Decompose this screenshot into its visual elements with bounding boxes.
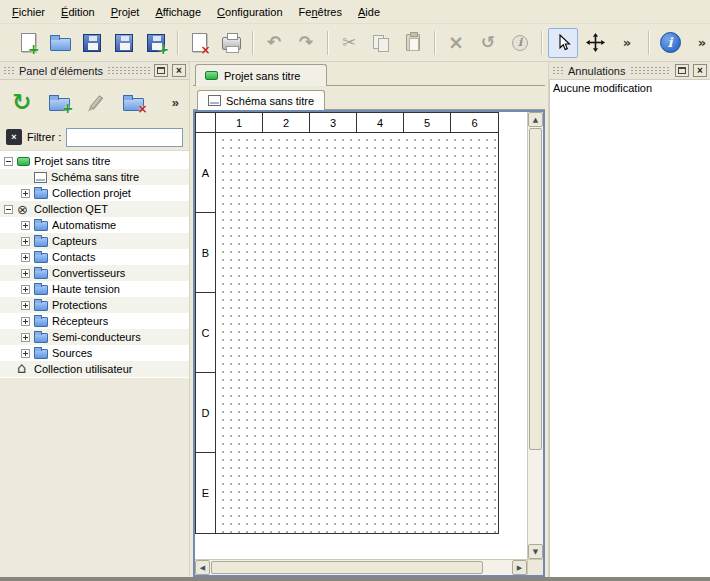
tree-item[interactable]: Protections — [0, 297, 189, 313]
info-blue-icon: i — [660, 32, 681, 53]
tree-item[interactable]: Collection projet — [0, 185, 189, 201]
tree-expander-icon[interactable] — [21, 317, 30, 326]
undo-button[interactable]: ↶ — [259, 28, 289, 58]
undo-icon: ↶ — [267, 34, 281, 51]
float-icon — [678, 67, 686, 74]
delete-button[interactable]: × — [441, 28, 471, 58]
tree-expander-icon[interactable] — [4, 205, 13, 214]
tree-item-icon — [34, 349, 48, 359]
menu-item[interactable]: Fichier — [4, 0, 53, 23]
rotate-button[interactable]: ↺ — [473, 28, 503, 58]
tree-item[interactable]: Semi-conducteurs — [0, 329, 189, 345]
elements-toolbar-overflow-button[interactable]: » — [168, 95, 183, 110]
vertical-scroll-thumb[interactable] — [529, 128, 542, 450]
select-mode-button[interactable] — [548, 28, 578, 58]
print-button[interactable] — [216, 28, 246, 58]
toolbar-overflow-button[interactable]: » — [612, 28, 642, 58]
tree-item[interactable]: Schéma sans titre — [0, 169, 189, 185]
undo-panel-titlebar[interactable]: Annulations × — [549, 62, 710, 80]
tree-item[interactable]: Collection QET — [0, 201, 189, 217]
schema-tab[interactable]: Schéma sans titre — [197, 90, 325, 110]
float-undo-panel-button[interactable] — [675, 64, 689, 77]
tree-expander-icon[interactable] — [4, 157, 13, 166]
menu-item[interactable]: Fenêtres — [291, 0, 350, 23]
info-icon: i — [512, 35, 528, 51]
tree-item[interactable]: Haute tension — [0, 281, 189, 297]
new-project-button[interactable]: + — [13, 28, 43, 58]
schema-canvas[interactable]: 123456 ABCDE — [195, 112, 527, 559]
close-project-button[interactable]: × — [184, 28, 214, 58]
about-qet-button[interactable]: i — [655, 28, 685, 58]
delete-element-button[interactable]: × — [117, 86, 149, 118]
save-all-icon: + — [147, 34, 165, 52]
scroll-right-button[interactable]: ▶ — [512, 560, 527, 575]
copy-button[interactable] — [366, 28, 396, 58]
paste-button[interactable] — [398, 28, 428, 58]
tree-item-label: Collection utilisateur — [34, 363, 132, 375]
scroll-left-button[interactable]: ◀ — [195, 560, 210, 575]
toolbar-separator — [177, 31, 178, 55]
save-button[interactable] — [77, 28, 107, 58]
toolbar-extension-button[interactable]: » — [687, 28, 710, 58]
float-elements-panel-button[interactable] — [154, 64, 168, 77]
project-tab[interactable]: Projet sans titre — [195, 64, 327, 86]
new-element-icon: + — [49, 98, 70, 111]
scroll-track[interactable] — [484, 560, 512, 575]
elements-panel-titlebar[interactable]: Panel d'éléments × — [0, 62, 189, 80]
tree-item[interactable]: Récepteurs — [0, 313, 189, 329]
edit-element-button[interactable] — [80, 86, 112, 118]
clear-filter-button[interactable]: × — [6, 129, 22, 145]
tree-item[interactable]: Sources — [0, 345, 189, 361]
tree-item-label: Haute tension — [52, 283, 120, 295]
pan-mode-button[interactable] — [580, 28, 610, 58]
rotate-icon: ↺ — [481, 34, 495, 51]
menubar: Fichier Édition Projet Affichage Configu… — [0, 0, 710, 24]
redo-button[interactable]: ↷ — [291, 28, 321, 58]
tree-item[interactable]: Projet sans titre — [0, 153, 189, 169]
schema-sheet: 123456 ABCDE — [195, 112, 499, 534]
tree-expander-icon[interactable] — [21, 237, 30, 246]
project-icon — [205, 71, 218, 80]
vertical-scrollbar[interactable]: ▲ ▼ — [527, 112, 543, 559]
tree-item-icon — [17, 363, 30, 376]
tree-expander-icon[interactable] — [21, 285, 30, 294]
menu-item[interactable]: Projet — [103, 0, 148, 23]
scroll-down-button[interactable]: ▼ — [528, 544, 543, 559]
tree-expander-icon[interactable] — [21, 349, 30, 358]
cut-button[interactable]: ✂ — [334, 28, 364, 58]
filter-bar: × Filtrer : — [0, 124, 189, 150]
tree-expander-icon[interactable] — [21, 301, 30, 310]
tree-expander-icon[interactable] — [21, 253, 30, 262]
open-project-button[interactable] — [45, 28, 75, 58]
menu-item[interactable]: Configuration — [209, 0, 290, 23]
tree-item[interactable]: Collection utilisateur — [0, 361, 189, 377]
save-as-icon — [115, 34, 133, 52]
save-as-button[interactable] — [109, 28, 139, 58]
element-info-button[interactable]: i — [505, 28, 535, 58]
tree-expander-icon[interactable] — [21, 333, 30, 342]
menu-item[interactable]: Édition — [53, 0, 103, 23]
tree-item[interactable]: Convertisseurs — [0, 265, 189, 281]
tree-item-label: Automatisme — [52, 219, 116, 231]
tree-item-icon — [34, 253, 48, 263]
tree-expander-icon[interactable] — [21, 269, 30, 278]
close-elements-panel-button[interactable]: × — [172, 64, 186, 77]
save-all-button[interactable]: + — [141, 28, 171, 58]
tree-item[interactable]: Automatisme — [0, 217, 189, 233]
menu-item[interactable]: Affichage — [147, 0, 209, 23]
scroll-track[interactable] — [528, 451, 543, 544]
tree-item[interactable]: Capteurs — [0, 233, 189, 249]
horizontal-scroll-thumb[interactable] — [211, 561, 483, 574]
reload-collections-button[interactable]: ↻ — [6, 86, 38, 118]
scroll-up-button[interactable]: ▲ — [528, 112, 543, 127]
tree-item[interactable]: Contacts — [0, 249, 189, 265]
menu-item[interactable]: Aide — [350, 0, 388, 23]
horizontal-scrollbar[interactable]: ◀ ▶ — [195, 559, 527, 575]
undo-history-list[interactable]: Aucune modification — [549, 80, 710, 577]
close-undo-panel-button[interactable]: × — [693, 64, 707, 77]
new-element-button[interactable]: + — [43, 86, 75, 118]
tree-expander-icon[interactable] — [21, 221, 30, 230]
schema-tabbar: Schéma sans titre — [193, 88, 545, 110]
filter-input[interactable] — [66, 128, 183, 147]
tree-expander-icon[interactable] — [21, 189, 30, 198]
